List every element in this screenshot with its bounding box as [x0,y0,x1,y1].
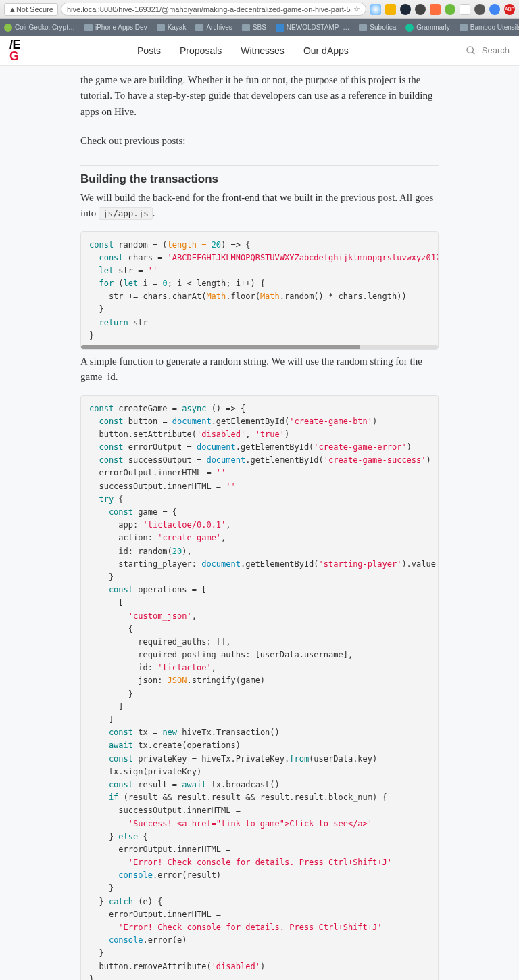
code-block-random: const random = (length = 20) => { const … [80,231,439,350]
search-placeholder: Search [482,45,510,55]
bookmark-item[interactable]: Archives [195,24,232,31]
bookmark-item[interactable]: Kayak [157,24,187,31]
ext-icon[interactable] [415,4,426,15]
divider [80,165,439,166]
bookmarks-bar: CoinGecko: Crypt… iPhone Apps Dev Kayak … [0,19,519,36]
bookmark-item[interactable]: iPhone Apps Dev [84,24,147,31]
extension-icons: ABP [370,4,515,15]
inline-code: js/app.js [99,207,153,220]
bookmark-item[interactable]: Grammarly [405,24,449,32]
abp-icon[interactable]: ABP [504,4,515,15]
nav-proposals[interactable]: Proposals [180,45,222,56]
ext-icon[interactable] [474,4,485,15]
ext-icon[interactable] [445,4,455,15]
browser-url-bar: ▲ Not Secure hive.local:8080/hive-169321… [0,0,519,19]
bookmark-item[interactable]: Subotica [359,24,396,31]
nav-dapps[interactable]: Our dApps [303,45,349,56]
steam-icon[interactable] [400,4,411,15]
search-box[interactable]: Search [466,45,510,56]
previous-posts-label: Check out previous posts: [80,133,439,149]
nav-witnesses[interactable]: Witnesses [241,45,285,56]
site-nav: /EG Posts Proposals Witnesses Our dApps … [0,36,519,66]
security-chip[interactable]: ▲ Not Secure [4,3,58,16]
search-icon [466,45,476,56]
section-heading: Building the transactions [80,172,439,186]
bookmark-star-icon[interactable]: ☆ [353,5,360,14]
code-block-creategame: const createGame = async () => { const b… [80,395,439,981]
bookmark-item[interactable]: CoinGecko: Crypt… [4,24,75,32]
hive-logo[interactable]: /EG [9,39,20,61]
ext-icon[interactable] [460,4,470,15]
ext-icon[interactable] [489,4,500,15]
ext-icon[interactable] [385,4,396,15]
bookmark-item[interactable]: Bamboo Utensils [460,24,519,31]
svg-point-0 [467,47,473,53]
ext-icon[interactable] [370,4,381,15]
ext-icon[interactable] [430,4,441,15]
article-body: the game we are building. Whether it be … [80,66,439,980]
bookmark-item[interactable]: NEWOLDSTAMP -… [276,24,350,32]
paragraph: A simple function to generate a random s… [80,354,439,386]
nav-posts[interactable]: Posts [137,45,161,56]
bookmark-item[interactable]: SBS [242,24,266,31]
section-paragraph: We will build the back-end for the front… [80,190,439,222]
svg-line-1 [472,52,474,54]
intro-paragraph: the game we are building. Whether it be … [80,72,439,120]
address-bar[interactable]: hive.local:8080/hive-169321/@mahdiyari/m… [61,3,366,16]
